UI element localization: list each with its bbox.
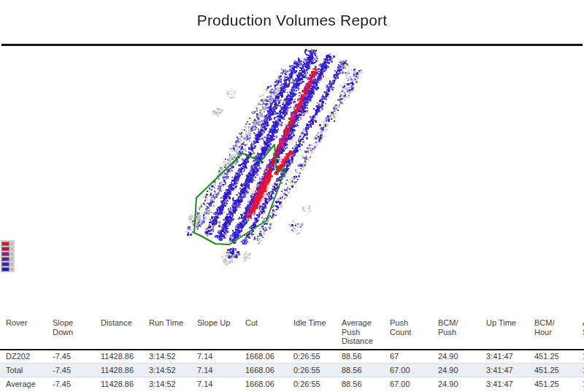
table-header-cell: Slope Up <box>197 315 245 350</box>
legend-tick-mark <box>10 258 13 261</box>
table-header-cell: Push Count <box>390 315 438 350</box>
legend-swatch <box>1 252 9 256</box>
table-header-cell: Up Time <box>486 315 534 350</box>
table-cell: 7.14 <box>197 377 245 391</box>
table-row: Average-7.4511428.863:14:527.141668.060:… <box>0 377 584 391</box>
table-cell: 1668.06 <box>245 350 293 364</box>
table-cell: DZ202 <box>0 350 53 364</box>
legend-tick-mark <box>10 242 13 245</box>
table-cell: 88.56 <box>342 377 390 391</box>
legend-row <box>1 241 13 246</box>
table-cell: 11428.86 <box>101 377 149 391</box>
table-cell: 88.56 <box>342 364 390 377</box>
table-cell: 451.25 <box>534 350 583 364</box>
legend-swatch <box>1 247 9 251</box>
legend-row <box>1 251 13 256</box>
table-cell: 0:26:55 <box>293 377 342 391</box>
heatmap-canvas <box>0 0 584 314</box>
table-cell: 67.00 <box>390 364 438 377</box>
legend-row <box>1 256 13 261</box>
table-cell: 3:14:52 <box>149 364 197 377</box>
table-cell: 7.14 <box>197 364 245 377</box>
page-title: Production Volumes Report <box>0 12 584 29</box>
table-cell: 451.25 <box>534 364 583 377</box>
table-cell: Total <box>0 364 53 377</box>
table-cell: Average <box>0 377 53 391</box>
table-cell: 67 <box>390 350 438 364</box>
table-cell: 11428.86 <box>101 350 149 364</box>
table-cell: 3:14:52 <box>149 350 197 364</box>
table-cell: 3:14:52 <box>149 377 197 391</box>
legend-tick-mark <box>10 263 13 266</box>
legend-swatch <box>1 242 9 246</box>
legend-row <box>1 266 13 272</box>
table-cell: 67.00 <box>390 377 438 391</box>
legend-tick-mark <box>10 253 13 255</box>
table-header-cell: Rover <box>0 315 53 350</box>
table-cell: 7.14 <box>197 350 245 364</box>
table-header-cell: BCM/ Push <box>438 315 486 350</box>
table-header-cell: Distance <box>101 315 149 350</box>
table-cell: 24.90 <box>438 350 486 364</box>
table-header: RoverSlope DownDistanceRun TimeSlope UpC… <box>0 315 584 350</box>
table-cell: 0:26:55 <box>293 364 342 377</box>
table-header-cell: Average Push Distance <box>342 315 390 350</box>
table-cell: 3:41:47 <box>486 364 534 377</box>
table-header-cell: BCM/ Hour <box>534 315 583 350</box>
table-cell: 88.56 <box>342 350 390 364</box>
table-row: DZ202-7.4511428.863:14:527.141668.060:26… <box>0 350 584 364</box>
table-header-cell: Idle Time <box>293 315 342 350</box>
table-cell: 1668.06 <box>245 377 293 391</box>
table-cell: -7.45 <box>53 364 101 377</box>
table-cell: 3:41:47 <box>486 350 534 364</box>
legend-tick-mark <box>10 268 13 271</box>
table-cell: -7.45 <box>53 350 101 364</box>
legend-tick-mark <box>10 247 13 250</box>
legend-swatch <box>1 267 9 272</box>
table-row: Total-7.4511428.863:14:527.141668.060:26… <box>0 364 584 377</box>
table-cell: 451.25 <box>534 377 583 391</box>
production-table: RoverSlope DownDistanceRun TimeSlope UpC… <box>0 315 584 391</box>
table-cell: 24.90 <box>438 364 486 377</box>
production-table-wrap: RoverSlope DownDistanceRun TimeSlope UpC… <box>0 315 584 391</box>
table-header-cell: Run Time <box>149 315 197 350</box>
table-cell: 11428.86 <box>101 364 149 377</box>
table-cell: 0:26:55 <box>293 350 342 364</box>
title-divider <box>1 44 583 46</box>
legend-swatch <box>1 257 9 261</box>
legend-swatch <box>1 262 9 266</box>
legend-row <box>1 261 13 266</box>
table-header-cell: Slope Down <box>53 315 101 350</box>
legend-row <box>1 246 13 251</box>
table-cell: 24.90 <box>438 377 486 391</box>
table-cell: 1668.06 <box>245 364 293 377</box>
color-scale-legend <box>1 240 15 272</box>
table-cell: -7.45 <box>53 377 101 391</box>
table-cell: 3:41:47 <box>486 377 534 391</box>
table-header-cell: Cut <box>245 315 293 350</box>
